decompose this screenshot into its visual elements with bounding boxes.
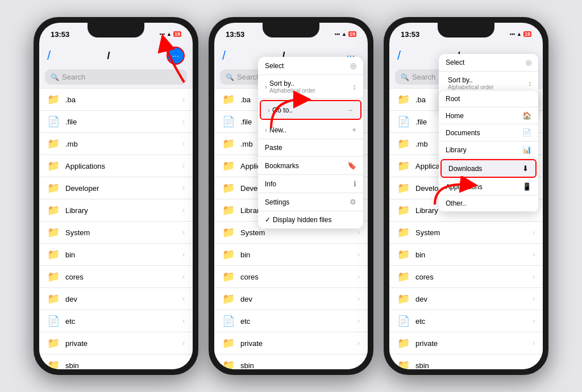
chevron-icon: ›	[533, 206, 535, 214]
list-item[interactable]: 📁private›	[389, 332, 543, 355]
list-item[interactable]: 📁System›	[214, 222, 368, 244]
file-name: .ba	[415, 95, 527, 104]
file-name: sbin	[65, 361, 177, 370]
list-item[interactable]: 📄etc›	[214, 310, 368, 332]
folder-icon: 📁	[47, 204, 60, 216]
list-item[interactable]: 📁.ba›	[389, 88, 543, 111]
chevron-icon: ›	[182, 184, 185, 192]
list-item[interactable]: 📁sbin›	[214, 355, 368, 369]
list-item[interactable]: 📁Library›	[214, 199, 368, 222]
list-item[interactable]: 📁bin›	[389, 244, 543, 266]
list-item[interactable]: 📁cores›	[214, 266, 368, 288]
list-item[interactable]: 📁sbin›	[389, 355, 543, 369]
chevron-icon: ›	[182, 95, 185, 103]
folder-icon: 📁	[47, 93, 60, 106]
list-item[interactable]: 📁sbin›	[39, 355, 193, 369]
file-icon: 📄	[397, 115, 410, 128]
chevron-icon: ›	[533, 140, 535, 148]
list-item[interactable]: 📁private›	[214, 332, 368, 355]
status-icons: ▪▪▪ ▲ 19	[509, 31, 531, 37]
folder-icon: 📁	[397, 359, 410, 369]
chevron-icon: ›	[357, 162, 360, 170]
search-bar[interactable]: 🔍 Search	[395, 69, 537, 85]
back-button[interactable]: /	[47, 48, 51, 63]
list-item[interactable]: 📁bin›	[214, 244, 368, 266]
list-item[interactable]: 📄.file›	[39, 111, 193, 133]
ellipsis-icon: ···	[346, 50, 355, 62]
list-item[interactable]: 📄.file›	[214, 111, 368, 133]
back-button[interactable]: /	[222, 48, 226, 63]
list-item[interactable]: 📁Applications›	[389, 155, 543, 177]
file-icon: 📄	[222, 115, 235, 128]
list-item[interactable]: 📁dev›	[214, 288, 368, 310]
list-item[interactable]: 📁.ba›	[214, 88, 368, 111]
chevron-icon: ›	[357, 295, 360, 303]
nav-title: /	[458, 50, 460, 62]
chevron-icon: ›	[533, 228, 535, 236]
list-item[interactable]: 📁private›	[39, 332, 193, 355]
folder-icon: 📁	[397, 182, 410, 194]
list-item[interactable]: 📁.mb›	[39, 133, 193, 155]
list-item[interactable]: 📁Applications›	[214, 155, 368, 177]
action-button[interactable]: ···	[342, 47, 360, 65]
status-icons: ▪▪▪ ▲ 19	[159, 31, 181, 37]
list-item[interactable]: 📁dev›	[39, 288, 193, 310]
list-item[interactable]: 📁Developer›	[389, 177, 543, 199]
list-item[interactable]: 📁cores›	[389, 266, 543, 288]
ellipsis-icon: ···	[521, 50, 530, 62]
action-button[interactable]: ···	[517, 47, 535, 65]
list-item[interactable]: 📁Developer›	[39, 177, 193, 199]
chevron-icon: ›	[357, 361, 360, 369]
wifi-icon: ▲	[342, 31, 347, 37]
list-item[interactable]: 📁cores›	[39, 266, 193, 288]
search-bar[interactable]: 🔍 Search	[45, 69, 187, 85]
signal-icon: ▪▪▪	[334, 31, 340, 37]
chevron-icon: ›	[182, 118, 185, 126]
list-item[interactable]: 📁.ba›	[39, 88, 193, 111]
list-item[interactable]: 📁dev›	[389, 288, 543, 310]
chevron-icon: ›	[533, 251, 535, 258]
chevron-icon: ›	[182, 206, 185, 214]
folder-icon: 📁	[222, 204, 235, 216]
file-name: System	[415, 228, 527, 237]
list-item[interactable]: 📁Library›	[389, 199, 543, 222]
list-item[interactable]: 📁.mb›	[389, 133, 543, 155]
battery-icon: 19	[348, 31, 356, 37]
file-name: .mb	[415, 140, 527, 148]
list-item[interactable]: 📁System›	[389, 222, 543, 244]
chevron-icon: ›	[357, 339, 360, 347]
search-icon: 🔍	[51, 73, 59, 81]
file-list: 📁.ba›📄.file›📁.mb›📁Applications›📁Develope…	[39, 88, 193, 369]
chevron-icon: ›	[182, 162, 185, 170]
list-item[interactable]: 📄etc›	[39, 310, 193, 332]
search-icon: 🔍	[401, 73, 409, 81]
back-button[interactable]: /	[397, 48, 401, 63]
file-name: private	[240, 339, 352, 348]
search-bar[interactable]: 🔍 Search	[220, 69, 362, 85]
chevron-icon: ›	[357, 184, 360, 192]
list-item[interactable]: 📄etc›	[389, 310, 543, 332]
phone-2: 13:53 ▪▪▪ ▲ 19 //··· 🔍 Search 📁.ba›📄.fil…	[209, 17, 373, 375]
folder-icon: 📁	[47, 248, 60, 261]
file-name: Developer	[65, 184, 177, 193]
list-item[interactable]: 📄.file›	[389, 111, 543, 133]
list-item[interactable]: 📁System›	[39, 222, 193, 244]
list-item[interactable]: 📁bin›	[39, 244, 193, 266]
action-button[interactable]: ···	[167, 47, 185, 65]
search-placeholder: Search	[237, 73, 260, 81]
chevron-icon: ›	[357, 206, 360, 214]
folder-icon: 📁	[47, 359, 60, 369]
file-name: .ba	[65, 95, 177, 104]
list-item[interactable]: 📁Applications›	[39, 155, 193, 177]
list-item[interactable]: 📁.mb›	[214, 133, 368, 155]
file-name: Library	[65, 206, 177, 215]
file-name: System	[65, 228, 177, 237]
list-item[interactable]: 📁Developer›	[214, 177, 368, 199]
folder-icon: 📁	[222, 270, 235, 283]
file-name: cores	[65, 273, 177, 281]
file-name: sbin	[415, 361, 527, 370]
folder-icon: 📁	[397, 248, 410, 261]
list-item[interactable]: 📁Library›	[39, 199, 193, 222]
folder-icon: 📁	[47, 226, 60, 239]
battery-icon: 19	[523, 31, 531, 37]
